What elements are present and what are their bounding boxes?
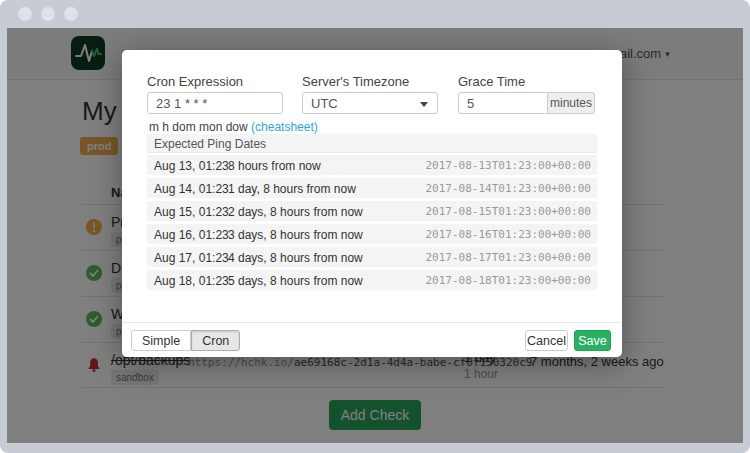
ping-relative: 3 days, 8 hours from now: [228, 228, 363, 242]
ping-iso-timestamp: 2017-08-16T01:23:00+00:00: [425, 228, 591, 241]
save-button[interactable]: Save: [574, 330, 611, 351]
ping-date: Aug 18, 01:23: [154, 274, 229, 288]
ping-date-row: Aug 14, 01:23 1 day, 8 hours from now 20…: [147, 178, 597, 198]
ping-iso-timestamp: 2017-08-18T01:23:00+00:00: [425, 274, 591, 287]
ping-date-row: Aug 13, 01:23 8 hours from now 2017-08-1…: [147, 155, 597, 175]
ping-date-row: Aug 16, 01:23 3 days, 8 hours from now 2…: [147, 224, 597, 244]
ping-date: Aug 17, 01:23: [154, 251, 229, 265]
ping-date-row: Aug 18, 01:23 5 days, 8 hours from now 2…: [147, 270, 597, 290]
window-maximize-icon: [64, 7, 78, 21]
ping-iso-timestamp: 2017-08-14T01:23:00+00:00: [425, 182, 591, 195]
ping-relative: 1 day, 8 hours from now: [228, 182, 356, 196]
ping-date-row: Aug 15, 01:23 2 days, 8 hours from now 2…: [147, 201, 597, 221]
window-close-icon: [18, 7, 32, 21]
schedule-mode-toggle: Simple Cron: [131, 330, 240, 351]
simple-mode-button[interactable]: Simple: [131, 330, 191, 351]
ping-iso-timestamp: 2017-08-17T01:23:00+00:00: [425, 251, 591, 264]
browser-window: ail.com▾ My Checks prod work Name Pr pro…: [0, 0, 750, 453]
expected-ping-dates-table: Expected Ping Dates Aug 13, 01:23 8 hour…: [147, 134, 597, 293]
grace-time-label: Grace Time: [458, 74, 525, 89]
dialog-footer: Simple Cron Cancel Save: [122, 322, 622, 357]
caret-down-icon: [420, 102, 428, 107]
cron-editor-dialog: Cron Expression Server's Timezone Grace …: [122, 50, 622, 357]
ping-relative: 2 days, 8 hours from now: [228, 205, 363, 219]
ping-date: Aug 16, 01:23: [154, 228, 229, 242]
cron-mode-button[interactable]: Cron: [191, 330, 240, 351]
ping-date: Aug 13, 01:23: [154, 159, 229, 173]
window-minimize-icon: [41, 7, 55, 21]
timezone-select[interactable]: UTC: [302, 92, 438, 114]
grace-time-input[interactable]: [458, 92, 548, 114]
cron-expression-input[interactable]: [147, 92, 283, 114]
ping-relative: 4 days, 8 hours from now: [228, 251, 363, 265]
timezone-selected-value: UTC: [311, 96, 338, 111]
cron-hint-text: m h dom mon dow: [149, 120, 251, 134]
ping-iso-timestamp: 2017-08-13T01:23:00+00:00: [425, 159, 591, 172]
cron-expression-label: Cron Expression: [147, 74, 243, 89]
ping-relative: 8 hours from now: [228, 159, 321, 173]
ping-relative: 5 days, 8 hours from now: [228, 274, 363, 288]
grace-time-unit: minutes: [548, 92, 595, 114]
ping-date: Aug 14, 01:23: [154, 182, 229, 196]
grace-time-group: minutes: [458, 92, 595, 114]
ping-date-row: Aug 17, 01:23 4 days, 8 hours from now 2…: [147, 247, 597, 267]
page: ail.com▾ My Checks prod work Name Pr pro…: [7, 28, 743, 443]
cheatsheet-link[interactable]: (cheatsheet): [251, 120, 318, 134]
cancel-button[interactable]: Cancel: [525, 330, 568, 351]
timezone-label: Server's Timezone: [302, 74, 409, 89]
cron-hint: m h dom mon dow (cheatsheet): [149, 120, 318, 134]
ping-iso-timestamp: 2017-08-15T01:23:00+00:00: [425, 205, 591, 218]
ping-table-header: Expected Ping Dates: [147, 134, 597, 153]
ping-date: Aug 15, 01:23: [154, 205, 229, 219]
